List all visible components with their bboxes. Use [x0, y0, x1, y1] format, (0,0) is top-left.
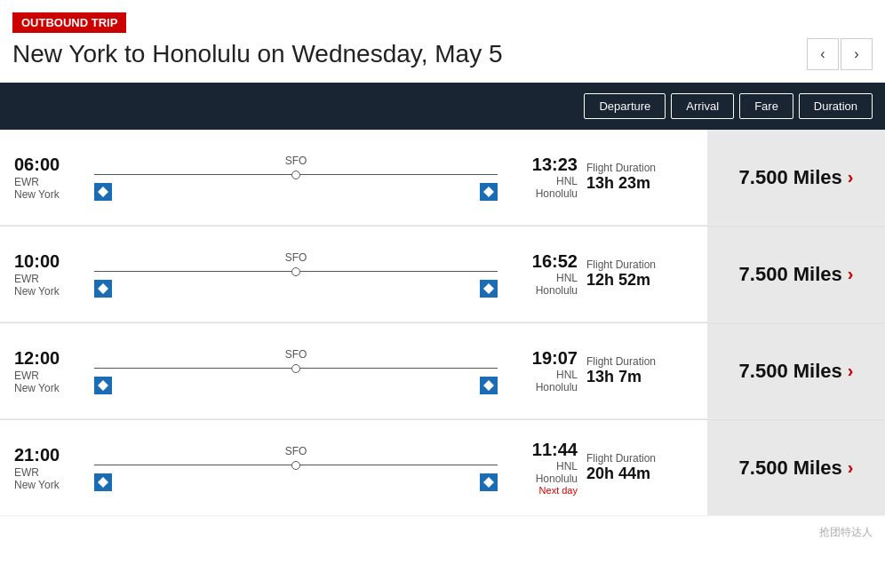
fare-button[interactable]: 7.500 Miles › — [707, 130, 885, 225]
line-segment-left — [94, 368, 291, 369]
airline-icon-right — [480, 280, 498, 298]
stop-dot — [291, 461, 300, 470]
flight-row: 21:00 EWR New York SFO — [0, 420, 885, 516]
stop-airport: SFO — [285, 251, 307, 264]
date-navigation: ‹ › — [807, 38, 873, 70]
departure-code: EWR — [14, 176, 85, 188]
route-line: SFO — [85, 445, 506, 491]
stop-dot — [291, 364, 300, 373]
line-segment-left — [94, 271, 291, 272]
flight-times: 21:00 EWR New York SFO — [14, 440, 578, 496]
duration-section: Flight Duration 13h 7m — [578, 339, 693, 402]
flight-row: 06:00 EWR New York SFO — [0, 130, 885, 226]
flight-times: 12:00 EWR New York SFO — [14, 348, 578, 394]
airline-icons — [94, 377, 498, 394]
departure-code: EWR — [14, 369, 85, 382]
duration-section: Flight Duration 12h 52m — [578, 242, 693, 306]
fare-text: 7.500 Miles › — [739, 457, 854, 480]
fare-button[interactable]: 7.500 Miles › — [707, 226, 885, 322]
fare-miles: 7.500 Miles — [739, 263, 842, 286]
airline-icon-left — [94, 377, 112, 394]
departure-time: 10:00 — [14, 251, 85, 272]
airline-logo-left — [97, 186, 109, 198]
airline-logo-right — [482, 379, 495, 392]
airline-logo-right — [482, 282, 495, 295]
sort-duration-button[interactable]: Duration — [799, 93, 873, 119]
stop-airport: SFO — [285, 445, 307, 457]
line-segment-right — [300, 271, 498, 272]
arrival-section: 13:23 HNL Honolulu — [506, 155, 578, 200]
arrival-city: Honolulu — [506, 187, 578, 200]
airline-icons — [94, 183, 498, 201]
line-segment-left — [94, 174, 291, 175]
outbound-badge: OUTBOUND TRIP — [12, 12, 126, 33]
next-date-button[interactable]: › — [841, 38, 873, 70]
arrival-code: HNL — [506, 460, 578, 473]
arrival-code: HNL — [506, 175, 578, 187]
line-segment-right — [300, 465, 498, 465]
line-segment-left — [94, 465, 291, 465]
fare-button[interactable]: 7.500 Miles › — [707, 323, 885, 418]
duration-label: Flight Duration — [586, 355, 684, 368]
airline-icon-right — [480, 377, 498, 394]
airline-logo-left — [97, 476, 109, 489]
duration-section: Flight Duration 13h 23m — [578, 146, 693, 209]
departure-section: 06:00 EWR New York — [14, 155, 85, 201]
departure-section: 10:00 EWR New York — [14, 251, 85, 298]
sort-bar: Departure Arrival Fare Duration — [0, 83, 885, 130]
fare-button[interactable]: 7.500 Miles › — [707, 420, 885, 515]
fare-miles: 7.500 Miles — [739, 360, 842, 383]
airline-logo-left — [97, 379, 109, 392]
departure-city: New York — [14, 479, 85, 491]
arrival-time: 16:52 — [506, 251, 578, 272]
arrival-time: 11:44 — [506, 440, 578, 460]
next-day-label: Next day — [506, 485, 578, 496]
stop-dot — [291, 171, 300, 179]
arrival-time: 19:07 — [506, 348, 578, 369]
stop-airport: SFO — [285, 348, 307, 361]
flight-path-line — [94, 461, 498, 470]
route-title: New York to Honolulu on Wednesday, May 5 — [12, 40, 503, 68]
sort-fare-button[interactable]: Fare — [739, 93, 793, 119]
flight-row: 12:00 EWR New York SFO — [0, 323, 885, 419]
stop-dot — [291, 267, 300, 276]
fare-arrow-icon: › — [848, 457, 854, 478]
stop-airport: SFO — [285, 155, 307, 167]
sort-departure-button[interactable]: Departure — [584, 93, 666, 119]
flight-path-line — [94, 364, 498, 373]
sort-arrival-button[interactable]: Arrival — [671, 93, 734, 119]
flight-times: 10:00 EWR New York SFO — [14, 251, 578, 298]
airline-icon-left — [94, 280, 112, 298]
duration-label: Flight Duration — [586, 452, 684, 465]
duration-section: Flight Duration 20h 44m — [578, 436, 693, 499]
airline-icons — [94, 280, 498, 298]
departure-section: 12:00 EWR New York — [14, 348, 85, 394]
duration-label: Flight Duration — [586, 258, 684, 271]
airline-icon-left — [94, 183, 112, 201]
departure-code: EWR — [14, 466, 85, 479]
flights-list: 06:00 EWR New York SFO — [0, 130, 885, 516]
arrival-section: 16:52 HNL Honolulu — [506, 251, 578, 297]
duration-time: 20h 44m — [586, 465, 684, 483]
fare-miles: 7.500 Miles — [739, 457, 842, 480]
duration-label: Flight Duration — [586, 162, 684, 174]
arrival-code: HNL — [506, 369, 578, 381]
airline-icon-right — [480, 473, 498, 491]
airline-logo-right — [482, 186, 495, 198]
flight-path-line — [94, 171, 498, 179]
line-segment-right — [300, 174, 498, 175]
airline-icons — [94, 473, 498, 491]
flight-path-line — [94, 267, 498, 276]
departure-city: New York — [14, 382, 85, 394]
departure-time: 21:00 — [14, 445, 85, 465]
duration-time: 13h 23m — [586, 174, 684, 193]
flight-times: 06:00 EWR New York SFO — [14, 155, 578, 201]
departure-city: New York — [14, 285, 85, 298]
fare-text: 7.500 Miles › — [739, 360, 854, 383]
departure-time: 06:00 — [14, 155, 85, 175]
fare-arrow-icon: › — [848, 361, 854, 381]
fare-arrow-icon: › — [848, 264, 854, 284]
flight-info: 12:00 EWR New York SFO — [0, 323, 707, 418]
prev-date-button[interactable]: ‹ — [807, 38, 839, 70]
arrival-code: HNL — [506, 272, 578, 284]
